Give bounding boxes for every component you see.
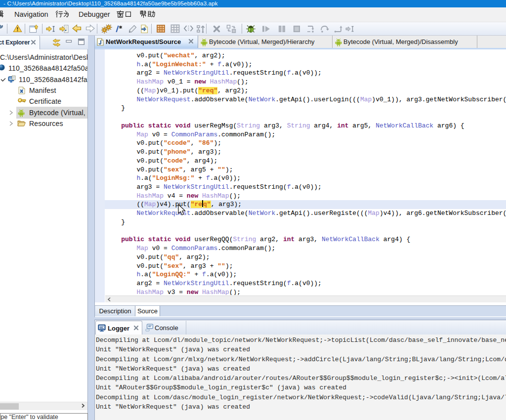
menu-item-帮助[interactable] [140,10,156,20]
logger-tab-logger[interactable]: Logger [95,321,142,335]
editor-hscrollbar[interactable] [105,295,506,302]
tree-item-Resources[interactable]: Resources [0,118,87,129]
gears-icon[interactable] [101,24,111,34]
log-line-3: Decompiling at Lcom/gnr/mlxg/network/Net… [95,355,506,364]
collapse-all-icon[interactable] [52,39,61,47]
menu-item-窗口[interactable] [117,10,132,20]
run-to-line-icon[interactable] [345,24,355,34]
tab-label: Bytecode (Virtual, Merged)/Hierarchy [209,38,315,45]
warning-icon[interactable] [13,24,22,34]
grid-orange-icon[interactable] [156,24,166,34]
code-line-7: } [105,104,506,113]
editor-bottom-tab-source[interactable]: Source [135,306,160,317]
explorer-hscrollbar[interactable] [0,402,87,410]
code-line-2: h.a("LoginWechat:" + f.a(v0)); [105,60,506,69]
close-icon[interactable] [31,40,37,45]
logger-panel: LoggerConsole Decompiling at Lcom/dl/mod… [94,320,506,420]
menu-item-行为[interactable] [55,10,71,20]
log-line-4: Unit "NetWorkRequest" (java) was created [95,364,506,374]
toolbar-separator [42,24,42,34]
maximize-icon[interactable] [78,39,84,45]
logger-tab-bar: LoggerConsole [95,320,506,335]
editor-area: NetWorkRequest/SourceBytecode (Virtual, … [94,36,506,317]
step-over-icon[interactable] [320,24,329,34]
android-icon [335,38,342,46]
toolbar-separator [7,24,7,34]
explorer-filter-input[interactable]: Type "Enter" to validate [0,413,88,420]
comment-icon[interactable] [115,24,125,34]
menu-item-Debugger[interactable]: Debugger [79,10,110,20]
code-lines: v0.put("wechat", arg2); h.a("LoginWechat… [105,51,506,295]
wrench-icon[interactable] [0,24,4,34]
stop-icon[interactable] [292,24,301,34]
tree-item-CUsersAdministra[interactable]: C:\Users\Administrator\Desktop\110_35268… [0,52,87,63]
log-line-8: Unit "NetWorkRequest" (java) was created [95,402,506,412]
occurrence-highlight: q" [203,201,211,208]
export-file-icon[interactable] [140,24,149,34]
tree-item-Manifest[interactable]: Manifest [0,85,87,96]
title-bar[interactable]: - C:\Users\Administrator\Desktop\110_352… [0,0,506,7]
code-line-20: } [105,218,506,227]
tree-item-label: Resources [29,120,63,127]
close-icon[interactable] [188,39,194,44]
mouse-cursor [178,204,188,217]
code-editor[interactable]: v0.put("wechat", arg2); h.a("LoginWechat… [105,49,506,295]
chevron-expanded-icon[interactable] [0,77,6,83]
resume-icon[interactable] [261,24,271,34]
close-icon[interactable] [133,325,139,331]
goto-ibeam-icon[interactable] [46,24,55,34]
menu-item-Navigation[interactable]: Navigation [14,10,48,20]
back-arrow-icon[interactable] [72,24,82,34]
bug-icon[interactable] [246,24,255,34]
delete-x-icon[interactable] [212,24,221,34]
logger-output[interactable]: Decompiling at Lcom/dl/module_topic/netw… [95,335,506,420]
window-title: - C:\Users\Administrator\Desktop\110_352… [3,0,218,6]
code-line-10: Map v0 = CommonParams.commonParam(); [105,130,506,139]
instruction-up-icon[interactable] [196,24,206,34]
project-explorer-panel: Project Explorer C:\Users\Administrator\… [0,36,88,420]
log-line-6: Unit "ARouter$$Group$$module_login_regis… [95,383,506,392]
grid-gray-icon[interactable] [170,24,180,34]
logger-tab-console[interactable]: Console [143,321,185,335]
code-line-16: arg3 = NetWorkStringUtil.requestString(f… [105,183,506,192]
toolbar-separator [25,24,25,34]
tree-item-110_35268aa48142[interactable]: 110_35268aa48142fa50ae9be5b95ebb60a3.dex [0,74,87,85]
code-line-14: v0.put("sex", arg5 + ""); [105,166,506,174]
java-file-icon [97,38,104,46]
tab-project-explorer[interactable]: Project Explorer [0,36,40,49]
tree-item-Certificate[interactable]: Certificate [0,96,87,107]
tree-item-label: 110_35268aa48142fa50ae9be5b95ebb60a3.apk [8,64,87,72]
editor-bottom-tab-description[interactable]: Description [95,306,135,317]
new-window-icon[interactable] [29,24,39,34]
tree-item-110_35268aa48142[interactable]: 110_35268aa48142fa50ae9be5b95ebb60a3.apk [0,63,87,74]
occurrence-highlight: "re [191,201,202,208]
step-into-icon[interactable] [306,24,315,34]
scrollbar-thumb[interactable] [0,403,19,410]
chevron-collapsed-icon[interactable] [8,121,14,126]
logger-icon [98,324,106,332]
swap-icon[interactable] [226,24,236,34]
tree-item-Bytecode[interactable]: Bytecode (Virtual, Merged) [0,107,87,118]
logger-tab-separator [186,321,186,335]
minimize-icon[interactable] [66,40,72,44]
editor-tab-networkrequest-source[interactable]: NetWorkRequest/Source [95,36,198,48]
tab-label: Console [155,324,178,332]
step-return-icon[interactable] [334,24,343,34]
pause-icon[interactable] [277,24,287,34]
editor-tab-bytecode-virtual-merged-disa[interactable]: Bytecode (Virtual, Merged)/Disassembly [333,36,477,48]
chevron-collapsed-icon[interactable] [8,110,14,116]
scroll-right-icon[interactable] [81,403,85,409]
forward-arrow-icon[interactable] [85,24,95,34]
tab-label: NetWorkRequest/Source [106,38,181,45]
pencil-icon[interactable] [128,24,137,34]
xml-element-icon[interactable] [184,24,193,34]
editor-tab-bytecode-virtual-merged-hier[interactable]: Bytecode (Virtual, Merged)/Hierarchy [198,36,333,48]
scroll-left-icon[interactable] [107,297,111,302]
toolbar-separator [206,24,207,34]
code-line-25: v0.put("sex", arg3 + ""); [105,262,506,271]
goto-file-icon[interactable] [59,24,69,34]
menu-item-辑[interactable] [0,10,4,20]
code-line-5: ((Map)v0_1).put("req", arg2); [105,86,506,95]
folder-open-icon [17,120,26,126]
dex-file-icon [8,76,16,84]
